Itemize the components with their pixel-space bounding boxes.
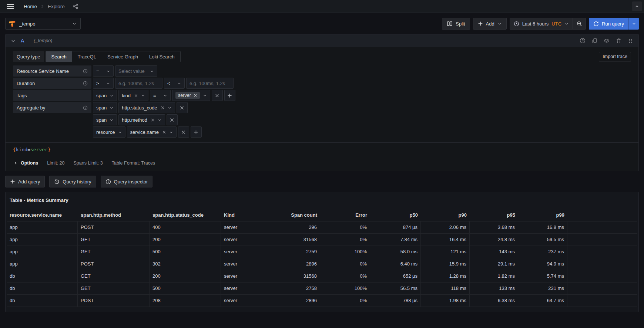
aggregate-attribute-select[interactable]: http.status_code	[118, 102, 175, 113]
table-cell: 0%	[320, 234, 370, 246]
clear-icon[interactable]	[161, 106, 165, 110]
table-link-cell[interactable]: 500	[150, 283, 221, 294]
table-link-cell[interactable]: 400	[150, 222, 221, 233]
help-icon[interactable]	[580, 38, 586, 44]
duration-min-operator-select[interactable]: >	[93, 78, 114, 89]
info-icon[interactable]	[83, 81, 88, 86]
close-icon	[170, 118, 174, 122]
remove-tag-filter-button[interactable]	[212, 90, 223, 101]
hide-query-eye-icon[interactable]	[604, 38, 610, 44]
tag-name-select[interactable]: kind	[118, 90, 148, 101]
table-link-cell[interactable]: 200	[150, 270, 221, 282]
run-query-dropdown-button[interactable]	[628, 18, 639, 30]
column-header[interactable]: Error	[320, 209, 370, 221]
zoom-out-time-button[interactable]	[573, 18, 586, 29]
table-link-cell[interactable]: db	[7, 270, 78, 282]
aggregate-scope-select[interactable]: span	[93, 114, 117, 125]
tag-operator-select[interactable]: =	[150, 90, 171, 101]
remove-aggregate-button[interactable]	[177, 102, 188, 113]
table-spacer	[567, 283, 637, 294]
run-query-button[interactable]: Run query	[589, 18, 628, 30]
copy-query-icon[interactable]	[592, 38, 597, 44]
table-link-cell[interactable]: GET	[78, 234, 150, 246]
table-link-cell[interactable]: POST	[78, 258, 150, 270]
aggregate-scope-select[interactable]: resource	[93, 126, 125, 138]
datasource-picker[interactable]: _tempo	[5, 18, 81, 30]
duration-max-input[interactable]	[186, 78, 234, 89]
add-tag-filter-button[interactable]	[224, 90, 235, 101]
table-link-cell[interactable]: POST	[78, 222, 150, 233]
table-link-cell[interactable]: app	[7, 234, 78, 246]
clear-icon[interactable]	[151, 118, 155, 122]
breadcrumb-current[interactable]: Explore	[48, 4, 65, 9]
service-name-value-select[interactable]: Select value	[115, 65, 157, 77]
tag-value-chip[interactable]: server	[175, 92, 200, 99]
duration-min-input[interactable]	[115, 78, 162, 89]
info-icon[interactable]	[83, 69, 88, 74]
menu-toggle-button[interactable]	[5, 2, 16, 11]
share-icon[interactable]	[73, 3, 78, 9]
split-button[interactable]: Split	[442, 18, 470, 30]
table-row: appPOST400server2960%874 µs2.06 ms3.68 m…	[7, 222, 637, 234]
table-cell: 6.38 ms	[470, 295, 518, 307]
table-link-cell[interactable]: db	[7, 295, 78, 307]
info-icon[interactable]	[83, 105, 88, 110]
column-header[interactable]: Span count	[270, 209, 320, 221]
table-link-cell[interactable]: POST	[78, 295, 150, 307]
service-name-operator-select[interactable]: =	[93, 65, 114, 77]
tab-loki-search[interactable]: Loki Search	[144, 51, 180, 62]
column-header[interactable]: p90	[421, 209, 470, 221]
table-link-cell[interactable]: db	[7, 283, 78, 294]
drag-handle-icon[interactable]	[628, 38, 633, 44]
table-link-cell[interactable]: 208	[150, 295, 221, 307]
operator-value: >	[96, 81, 99, 86]
tab-traceql[interactable]: TraceQL	[72, 51, 102, 62]
tab-service-graph[interactable]: Service Graph	[102, 51, 144, 62]
column-header[interactable]: p95	[470, 209, 518, 221]
add-query-button[interactable]: Add query	[5, 176, 45, 187]
table-link-cell[interactable]: app	[7, 258, 78, 270]
tag-scope-select[interactable]: span	[93, 90, 117, 101]
clear-icon[interactable]	[134, 94, 138, 98]
remove-chip-icon[interactable]	[194, 94, 197, 97]
tab-search[interactable]: Search	[46, 51, 72, 62]
aggregate-scope-select[interactable]: span	[93, 102, 117, 113]
table-cell: 788 µs	[370, 295, 421, 307]
query-inspector-button[interactable]: Query inspector	[101, 176, 153, 187]
table-link-cell[interactable]: app	[7, 246, 78, 258]
table-link-cell[interactable]: 302	[150, 258, 221, 270]
remove-aggregate-button[interactable]	[178, 126, 189, 138]
table-link-cell[interactable]: 500	[150, 246, 221, 258]
column-header[interactable]: p99	[518, 209, 567, 221]
breadcrumb-home[interactable]: Home	[24, 4, 37, 9]
column-header[interactable]: Kind	[221, 209, 270, 221]
scroll-top-button[interactable]	[632, 1, 642, 11]
close-icon	[181, 130, 186, 135]
column-header[interactable]: p50	[370, 209, 421, 221]
column-header[interactable]: span.http.status_code	[150, 209, 221, 221]
duration-max-operator-select[interactable]: <	[164, 78, 185, 89]
table-link-cell[interactable]: app	[7, 222, 78, 233]
aggregate-attribute-select[interactable]: service.name	[127, 126, 177, 138]
tag-value-select[interactable]: server	[172, 90, 210, 101]
service-name-row: Resource Service Name = Select value	[13, 65, 631, 77]
table-cell: 0%	[320, 222, 370, 233]
table-link-cell[interactable]: GET	[78, 246, 150, 258]
aggregate-attribute-select[interactable]: http.method	[118, 114, 165, 125]
remove-query-trash-icon[interactable]	[616, 38, 621, 44]
table-link-cell[interactable]: 200	[150, 234, 221, 246]
add-aggregate-button[interactable]	[191, 126, 202, 138]
time-range-picker[interactable]: Last 6 hours UTC	[510, 18, 573, 29]
table-link-cell[interactable]: GET	[78, 270, 150, 282]
collapse-query-button[interactable]	[11, 38, 16, 43]
clear-icon[interactable]	[162, 130, 166, 134]
column-header[interactable]: resource.service.name	[7, 209, 78, 221]
add-button[interactable]: Add	[473, 18, 507, 30]
column-header[interactable]: span.http.method	[78, 209, 150, 221]
remove-aggregate-button[interactable]	[167, 114, 178, 125]
options-toggle[interactable]: Options	[14, 160, 38, 166]
import-trace-button[interactable]: Import trace	[599, 52, 631, 61]
aggregate-by-row: Aggregate by span http.status_code	[13, 102, 631, 113]
table-link-cell[interactable]: GET	[78, 283, 150, 294]
query-history-button[interactable]: Query history	[49, 176, 96, 187]
